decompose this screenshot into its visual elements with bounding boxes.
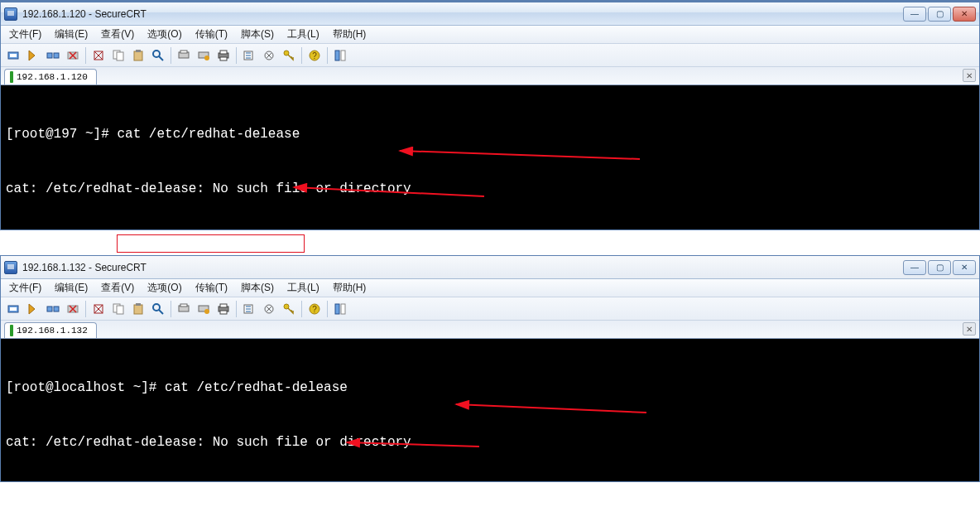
minimize-button[interactable]: — (903, 260, 926, 275)
cut-icon[interactable] (89, 46, 108, 65)
menu-edit[interactable]: 编辑(E) (50, 279, 93, 297)
menu-view[interactable]: 查看(V) (96, 26, 139, 43)
menu-transfer[interactable]: 传输(T) (190, 279, 233, 297)
window-controls: — ▢ ✕ (903, 7, 976, 22)
term-line: cat: /etc/redhat-delease: No such file o… (6, 433, 974, 451)
close-button[interactable]: ✕ (953, 7, 976, 22)
svg-rect-1 (10, 54, 17, 57)
quick-connect-icon[interactable] (24, 300, 42, 318)
menu-edit[interactable]: 编辑(E) (50, 26, 93, 43)
key-icon[interactable] (280, 46, 298, 65)
tab-label: 192.168.1.120 (17, 72, 88, 82)
menu-bar: 文件(F) 编辑(E) 查看(V) 选项(O) 传输(T) 脚本(S) 工具(L… (1, 279, 979, 297)
quick-connect-icon[interactable] (24, 46, 42, 65)
svg-rect-17 (220, 51, 227, 54)
maximize-button[interactable]: ▢ (928, 260, 951, 275)
svg-rect-8 (134, 51, 142, 60)
svg-rect-41 (180, 304, 187, 307)
find-icon[interactable] (149, 300, 167, 318)
tool-bar: ? (1, 44, 979, 67)
disconnect-icon[interactable] (64, 46, 82, 65)
session-options-icon[interactable] (240, 46, 258, 65)
maximize-button[interactable]: ▢ (928, 7, 951, 22)
svg-text:?: ? (312, 305, 317, 314)
svg-rect-7 (117, 52, 123, 60)
svg-rect-13 (180, 51, 187, 53)
find-icon[interactable] (149, 46, 167, 65)
menu-help[interactable]: 帮助(H) (328, 279, 372, 297)
print-setup-icon[interactable] (195, 300, 213, 318)
term-line: [root@197 ~]# cat /etc/redhat-delease (6, 125, 974, 143)
svg-rect-24 (335, 51, 339, 60)
menu-tools[interactable]: 工具(L) (282, 279, 324, 297)
menu-options[interactable]: 选项(O) (142, 26, 186, 43)
print-setup-icon[interactable] (195, 46, 213, 65)
highlighted-command: cat /etc/redhat-release (117, 234, 305, 253)
menu-view[interactable]: 查看(V) (96, 279, 139, 297)
toggle-icon[interactable] (331, 46, 349, 65)
svg-rect-37 (136, 303, 141, 306)
tab-close-button[interactable]: ✕ (963, 322, 976, 336)
tab-label: 192.168.1.132 (17, 326, 88, 336)
menu-bar: 文件(F) 编辑(E) 查看(V) 选项(O) 传输(T) 脚本(S) 工具(L… (1, 26, 979, 44)
terminal-area[interactable]: [root@localhost ~]# cat /etc/redhat-dele… (1, 339, 979, 481)
global-options-icon[interactable] (260, 46, 278, 65)
term-line: [root@197 ~]# cat /etc/redhat-release (6, 234, 974, 253)
svg-point-15 (204, 56, 209, 60)
menu-script[interactable]: 脚本(S) (236, 279, 279, 297)
connect-icon[interactable] (4, 46, 22, 65)
term-line: [root@localhost ~]# cat /etc/redhat-dele… (6, 379, 974, 397)
menu-help[interactable]: 帮助(H) (328, 26, 372, 43)
svg-text:?: ? (312, 51, 317, 60)
menu-transfer[interactable]: 传输(T) (190, 26, 233, 43)
connect-icon[interactable] (4, 300, 22, 318)
svg-rect-35 (117, 306, 123, 314)
terminal-area[interactable]: [root@197 ~]# cat /etc/redhat-delease ca… (1, 85, 979, 229)
copy-icon[interactable] (109, 300, 127, 318)
svg-point-43 (204, 309, 209, 314)
close-button-inactive[interactable]: ✕ (953, 260, 976, 275)
svg-rect-25 (341, 51, 345, 60)
menu-tools[interactable]: 工具(L) (282, 26, 324, 43)
svg-rect-30 (47, 307, 52, 311)
toggle-icon[interactable] (331, 300, 349, 318)
cut-icon[interactable] (89, 300, 108, 318)
reconnect-icon[interactable] (44, 46, 62, 65)
svg-rect-31 (54, 307, 59, 311)
svg-rect-45 (220, 304, 227, 307)
session-options-icon[interactable] (240, 300, 258, 318)
minimize-button[interactable]: — (903, 7, 926, 22)
svg-line-54 (456, 404, 646, 413)
paste-icon[interactable] (129, 46, 147, 65)
global-options-icon[interactable] (260, 300, 278, 318)
active-indicator-icon (10, 71, 13, 83)
title-bar[interactable]: 192.168.1.132 - SecureCRT — ▢ ✕ (1, 256, 979, 279)
svg-rect-9 (136, 50, 141, 52)
menu-file[interactable]: 文件(F) (4, 26, 46, 43)
title-bar[interactable]: 192.168.1.120 - SecureCRT — ▢ ✕ (1, 2, 979, 26)
svg-rect-52 (335, 304, 339, 314)
svg-rect-2 (47, 53, 52, 58)
svg-rect-46 (220, 311, 227, 314)
app-icon (4, 7, 17, 21)
print-icon[interactable] (214, 300, 233, 318)
print-icon[interactable] (214, 46, 233, 65)
copy-icon[interactable] (109, 46, 127, 65)
key-icon[interactable] (280, 300, 298, 318)
print-preview-icon[interactable] (175, 46, 193, 65)
help-icon[interactable]: ? (305, 300, 324, 318)
menu-file[interactable]: 文件(F) (4, 279, 46, 297)
print-preview-icon[interactable] (175, 300, 193, 318)
svg-rect-53 (341, 304, 345, 314)
term-line: cat: /etc/redhat-delease: No such file o… (6, 180, 974, 198)
reconnect-icon[interactable] (44, 300, 62, 318)
disconnect-icon[interactable] (64, 300, 82, 318)
paste-icon[interactable] (129, 300, 147, 318)
svg-rect-3 (54, 53, 59, 58)
session-tab[interactable]: 192.168.1.132 (4, 322, 97, 338)
menu-options[interactable]: 选项(O) (142, 279, 186, 297)
menu-script[interactable]: 脚本(S) (236, 26, 279, 43)
help-icon[interactable]: ? (305, 46, 324, 65)
session-tab[interactable]: 192.168.1.120 (4, 69, 97, 84)
tab-close-button[interactable]: ✕ (963, 69, 976, 82)
